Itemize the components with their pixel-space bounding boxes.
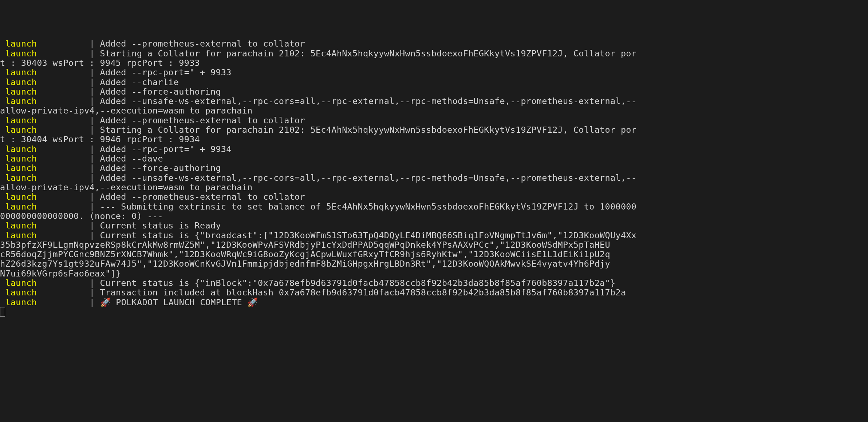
log-message: N7ui69kVGrp6sFao6eax"]} — [0, 268, 121, 279]
log-separator: | — [90, 96, 100, 106]
log-message: Added --rpc-port=" + 9933 — [100, 67, 232, 77]
log-message: Transaction included at blockHash 0x7a67… — [100, 287, 626, 298]
log-line: launch | Added --prometheus-external to … — [0, 192, 868, 202]
log-tag: launch — [0, 154, 90, 164]
log-line: launch | Added --force-authoring — [0, 163, 868, 173]
log-line: cR56doqZjjmPYCGnc9BNZ5rXNCB7Whmk","12D3K… — [0, 250, 868, 259]
log-line: launch | Added --rpc-port=" + 9934 — [0, 144, 868, 154]
log-message: Added --unsafe-ws-external,--rpc-cors=al… — [100, 173, 637, 183]
log-separator: | — [90, 77, 100, 87]
log-message: t : 30403 wsPort : 9945 rpcPort : 9933 — [0, 58, 200, 68]
log-line: launch | Added --unsafe-ws-external,--rp… — [0, 173, 868, 183]
log-line: launch | Starting a Collator for paracha… — [0, 49, 868, 58]
log-line: launch | Added --unsafe-ws-external,--rp… — [0, 96, 868, 106]
log-separator: | — [90, 173, 100, 183]
log-line: launch | Added --prometheus-external to … — [0, 116, 868, 125]
log-separator: | — [90, 192, 100, 202]
log-separator: | — [90, 39, 100, 49]
log-line: launch | Starting a Collator for paracha… — [0, 125, 868, 135]
log-message: Added --unsafe-ws-external,--rpc-cors=al… — [100, 96, 637, 106]
log-message: Starting a Collator for parachain 2102: … — [100, 125, 637, 135]
cursor-line — [0, 307, 868, 316]
log-separator: | — [90, 87, 100, 97]
log-message: 35b3pfzXF9LLgmNqpvzeRSp8kCrAkMw8rmWZ5M",… — [0, 240, 610, 250]
terminal-output[interactable]: launch | Added --prometheus-external to … — [0, 38, 868, 316]
log-separator: | — [90, 48, 100, 59]
log-line: allow-private-ipv4,--execution=wasm to p… — [0, 183, 868, 192]
log-tag: launch — [0, 202, 90, 212]
log-line: 35b3pfzXF9LLgmNqpvzeRSp8kCrAkMw8rmWZ5M",… — [0, 240, 868, 250]
log-separator: | — [90, 230, 100, 240]
log-separator: | — [90, 202, 100, 212]
log-line: launch | Added --prometheus-external to … — [0, 39, 868, 48]
log-message: Added --prometheus-external to collator — [100, 39, 305, 49]
log-tag: launch — [0, 39, 90, 49]
log-tag: launch — [0, 297, 90, 307]
log-message: t : 30404 wsPort : 9946 rpcPort : 9934 — [0, 134, 200, 144]
log-line: launch | Transaction included at blockHa… — [0, 288, 868, 297]
log-separator: | — [90, 287, 100, 298]
log-tag: launch — [0, 278, 90, 288]
log-message: Added --dave — [100, 154, 163, 164]
log-line: launch | --- Submitting extrinsic to set… — [0, 202, 868, 211]
log-separator: | — [90, 220, 100, 231]
log-line: t : 30403 wsPort : 9945 rpcPort : 9933 — [0, 58, 868, 68]
log-line: launch | Current status is {"inBlock":"0… — [0, 278, 868, 288]
log-tag: launch — [0, 144, 90, 154]
log-tag: launch — [0, 48, 90, 59]
log-line: 000000000000000. (nonce: 0) --- — [0, 211, 868, 221]
log-message: allow-private-ipv4,--execution=wasm to p… — [0, 182, 253, 192]
log-separator: | — [90, 297, 100, 307]
log-tag: launch — [0, 96, 90, 106]
log-message: cR56doqZjjmPYCGnc9BNZ5rXNCB7Whmk","12D3K… — [0, 249, 610, 259]
log-tag: launch — [0, 173, 90, 183]
log-message: Current status is {"broadcast":["12D3Koo… — [100, 230, 637, 240]
log-line: launch | Added --force-authoring — [0, 87, 868, 96]
log-message: 🚀 POLKADOT LAUNCH COMPLETE 🚀 — [100, 297, 258, 307]
log-line: launch | Current status is {"broadcast":… — [0, 231, 868, 240]
log-line: launch | Added --rpc-port=" + 9933 — [0, 68, 868, 77]
log-line: t : 30404 wsPort : 9946 rpcPort : 9934 — [0, 135, 868, 144]
log-separator: | — [90, 144, 100, 154]
log-tag: launch — [0, 125, 90, 135]
log-message: allow-private-ipv4,--execution=wasm to p… — [0, 106, 253, 116]
log-separator: | — [90, 67, 100, 77]
log-message: 000000000000000. (nonce: 0) --- — [0, 211, 163, 221]
log-message: Added --force-authoring — [100, 163, 221, 173]
log-tag: launch — [0, 115, 90, 126]
log-line: N7ui69kVGrp6sFao6eax"]} — [0, 269, 868, 278]
log-line: launch | Added --dave — [0, 154, 868, 163]
log-line: allow-private-ipv4,--execution=wasm to p… — [0, 106, 868, 115]
log-tag: launch — [0, 77, 90, 87]
log-message: Current status is Ready — [100, 220, 221, 231]
cursor-icon — [0, 307, 5, 316]
log-tag: launch — [0, 192, 90, 202]
log-message: --- Submitting extrinsic to set balance … — [100, 202, 637, 212]
log-separator: | — [90, 125, 100, 135]
log-tag: launch — [0, 163, 90, 173]
log-tag: launch — [0, 230, 90, 240]
log-line: launch | Current status is Ready — [0, 221, 868, 230]
log-separator: | — [90, 163, 100, 173]
log-message: Added --rpc-port=" + 9934 — [100, 144, 232, 154]
log-separator: | — [90, 115, 100, 126]
log-message: hZ26d3kzg7Ys1gt932uFAw74J5","12D3KooWCnK… — [0, 259, 610, 269]
log-line: launch | Added --charlie — [0, 77, 868, 87]
log-message: Added --prometheus-external to collator — [100, 115, 305, 126]
log-line: hZ26d3kzg7Ys1gt932uFAw74J5","12D3KooWCnK… — [0, 259, 868, 268]
log-tag: launch — [0, 67, 90, 77]
log-message: Starting a Collator for parachain 2102: … — [100, 48, 637, 59]
log-message: Added --force-authoring — [100, 87, 221, 97]
log-tag: launch — [0, 87, 90, 97]
log-separator: | — [90, 278, 100, 288]
log-separator: | — [90, 154, 100, 164]
log-tag: launch — [0, 287, 90, 298]
log-message: Added --charlie — [100, 77, 179, 87]
log-tag: launch — [0, 220, 90, 231]
log-message: Current status is {"inBlock":"0x7a678efb… — [100, 278, 616, 288]
log-line: launch | 🚀 POLKADOT LAUNCH COMPLETE 🚀 — [0, 298, 868, 307]
log-message: Added --prometheus-external to collator — [100, 192, 305, 202]
